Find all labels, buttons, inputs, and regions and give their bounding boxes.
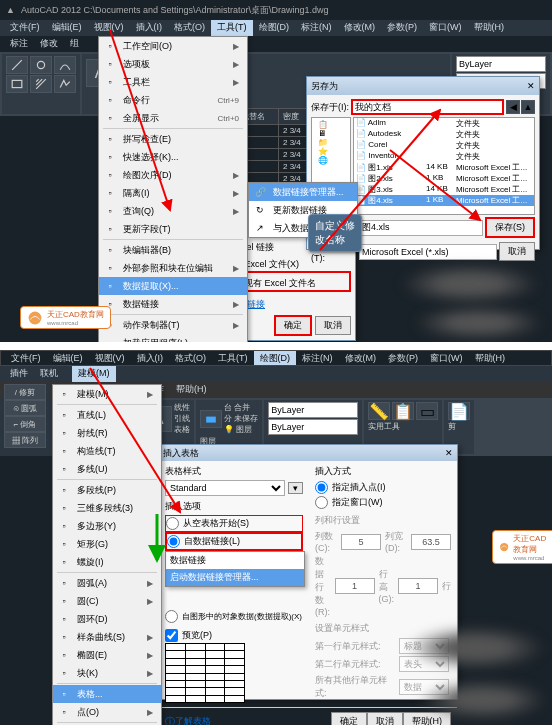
file-row[interactable]: 📄 Autodesk文件夹 [354, 129, 534, 140]
menu-item[interactable]: ▫查询(Q)▶ [99, 202, 247, 220]
tab-online[interactable]: 联机 [34, 366, 64, 382]
menu-item[interactable]: ▫点(O)▶ [53, 703, 161, 721]
preview-chk[interactable] [165, 629, 178, 642]
menu-格式(O)[interactable]: 格式(O) [169, 351, 212, 365]
cols-input[interactable] [341, 534, 381, 550]
menu-item[interactable]: ▫隔离(I)▶ [99, 184, 247, 202]
submenu-datalink-mgr[interactable]: 🔗数据链接管理器... [249, 183, 357, 201]
menu-插入(I)[interactable]: 插入(I) [130, 20, 169, 36]
menu-帮助(H)[interactable]: 帮助(H) [468, 20, 511, 36]
submenu-head[interactable]: 建模(M) [72, 366, 116, 382]
menu-帮助(H)[interactable]: 帮助(H) [469, 351, 512, 365]
menu-编辑(E)[interactable]: 编辑(E) [46, 20, 88, 36]
menu-工具(T)[interactable]: 工具(T) [211, 20, 253, 36]
polyline-button[interactable] [54, 75, 76, 93]
menu-item[interactable]: ▫数据链接▶ [99, 295, 247, 313]
menu-插入(I)[interactable]: 插入(I) [131, 351, 170, 365]
menu-item[interactable]: ▫建模(M)▶ [53, 385, 161, 403]
menu-item[interactable]: ▫块(K)▶ [53, 664, 161, 682]
ins-point[interactable] [315, 481, 328, 494]
menu-item[interactable]: ▫更新字段(T) [99, 220, 247, 238]
cancel-button[interactable]: 取消 [367, 712, 403, 725]
close-icon[interactable]: ✕ [445, 445, 453, 461]
menu-item[interactable]: ▫直线(L) [53, 406, 161, 424]
file-row[interactable]: 📄 Corel文件夹 [354, 140, 534, 151]
menu-窗口(W)[interactable]: 窗口(W) [423, 20, 468, 36]
menu-item[interactable]: ▫工具栏▶ [99, 73, 247, 91]
menu-item[interactable]: ▫拼写检查(E) [99, 130, 247, 148]
place-desktop[interactable]: 🖥 [314, 129, 348, 138]
tab-plugins[interactable]: 插件 [4, 366, 34, 382]
learn-link[interactable]: 了解表格 [175, 715, 211, 725]
colw-input[interactable] [411, 534, 451, 550]
tool-fillet[interactable]: ⌐ 倒角 [4, 416, 46, 432]
rect-button[interactable] [6, 75, 28, 93]
tab-group[interactable]: 组 [64, 36, 85, 52]
file-row[interactable]: 📄 图2.xls1 KBMicrosoft Excel 工... [354, 173, 534, 184]
menu-格式(O)[interactable]: 格式(O) [168, 20, 211, 36]
arc-button[interactable] [54, 56, 76, 74]
menu-item[interactable]: ▫多线(U) [53, 460, 161, 478]
menu-item[interactable]: ▫射线(R) [53, 424, 161, 442]
select-button[interactable]: ▭ [416, 402, 438, 420]
up-icon[interactable]: ▲ [521, 100, 535, 114]
tool-line[interactable]: / 修剪 [4, 384, 46, 400]
menu-item[interactable]: ▫外部参照和块在位编辑▶ [99, 259, 247, 277]
file-row[interactable]: 📄 图4.xls1 KBMicrosoft Excel 工... [354, 195, 534, 206]
measure-button[interactable]: 📏 [368, 402, 390, 420]
rowh-input[interactable] [398, 578, 438, 594]
bylayer-combo-2[interactable] [268, 419, 358, 435]
cancel-button[interactable]: 取消 [499, 242, 535, 261]
menu-item[interactable]: ▫螺旋(I) [53, 553, 161, 571]
menu-工具(T)[interactable]: 工具(T) [212, 351, 254, 365]
place-history[interactable]: 📋 [314, 120, 348, 129]
ins-window[interactable] [315, 496, 328, 509]
layer-combo[interactable] [456, 56, 546, 72]
app-menubar[interactable]: 文件(F)编辑(E)视图(V)插入(I)格式(O)工具(T)绘图(D)标注(N)… [0, 350, 552, 366]
paste-button[interactable]: 📋 [392, 402, 414, 420]
menu-标注(N)[interactable]: 标注(N) [296, 351, 339, 365]
back-icon[interactable]: ◀ [506, 100, 520, 114]
place-favorites[interactable]: ⭐ [314, 147, 348, 156]
file-row[interactable]: 📄 图1.xls14 KBMicrosoft Excel 工... [354, 162, 534, 173]
menu-item[interactable]: ▫动作录制器(T)▶ [99, 316, 247, 334]
menu-item[interactable]: ▫块编辑器(B) [99, 241, 247, 259]
tool-array[interactable]: ▦ 阵列 [4, 432, 46, 448]
menu-item[interactable]: ▫选项板▶ [99, 55, 247, 73]
menu-item[interactable]: ▫矩形(G) [53, 535, 161, 553]
ok-button[interactable]: 确定 [331, 712, 367, 725]
circle-button[interactable] [30, 56, 52, 74]
menu-item[interactable]: ▫圆(C)▶ [53, 592, 161, 610]
file-row[interactable]: 📄 图3.xls14 KBMicrosoft Excel 工... [354, 184, 534, 195]
style-combo[interactable]: Standard [165, 480, 285, 496]
tool-circle[interactable]: ⊙ 圆弧 [4, 400, 46, 416]
menu-item[interactable]: ▫样条曲线(S)▶ [53, 628, 161, 646]
menu-item[interactable]: ▫全屏显示Ctrl+0 [99, 109, 247, 127]
menu-文件(F)[interactable]: 文件(F) [5, 351, 47, 365]
menu-窗口(W)[interactable]: 窗口(W) [424, 351, 469, 365]
menu-item[interactable]: ▫圆环(D) [53, 610, 161, 628]
menu-item[interactable]: ▫工作空间(O)▶ [99, 37, 247, 55]
menu-标注(N)[interactable]: 标注(N) [295, 20, 338, 36]
menu-item[interactable]: ▫快速选择(K)... [99, 148, 247, 166]
ok-button[interactable]: 确定 [274, 315, 312, 336]
menu-文件(F)[interactable]: 文件(F) [4, 20, 46, 36]
close-icon[interactable]: ✕ [527, 77, 535, 95]
menu-编辑(E)[interactable]: 编辑(E) [47, 351, 89, 365]
menu-参数(P)[interactable]: 参数(P) [382, 351, 424, 365]
hatch-button[interactable] [30, 75, 52, 93]
clip-button[interactable]: 📄 [448, 402, 470, 420]
rows-input[interactable] [335, 578, 375, 594]
menu-item[interactable]: ▫构造线(T) [53, 442, 161, 460]
submenu-datalink[interactable]: 数据链接 [166, 552, 304, 569]
opt-datalink[interactable] [167, 535, 180, 548]
file-row[interactable]: 📄 Inventor文件夹 [354, 151, 534, 162]
file-row[interactable]: 📄 Adlm文件夹 [354, 118, 534, 129]
place-ftp[interactable]: 🌐 [314, 156, 348, 165]
menu-视图(V)[interactable]: 视图(V) [89, 351, 131, 365]
menu-item[interactable]: ▫圆弧(A)▶ [53, 574, 161, 592]
menu-修改(M)[interactable]: 修改(M) [338, 20, 382, 36]
menu-item[interactable]: ▫表格... [53, 685, 161, 703]
tab-help[interactable]: 帮助(H) [170, 382, 213, 398]
style-new-button[interactable]: ▾ [288, 482, 303, 494]
